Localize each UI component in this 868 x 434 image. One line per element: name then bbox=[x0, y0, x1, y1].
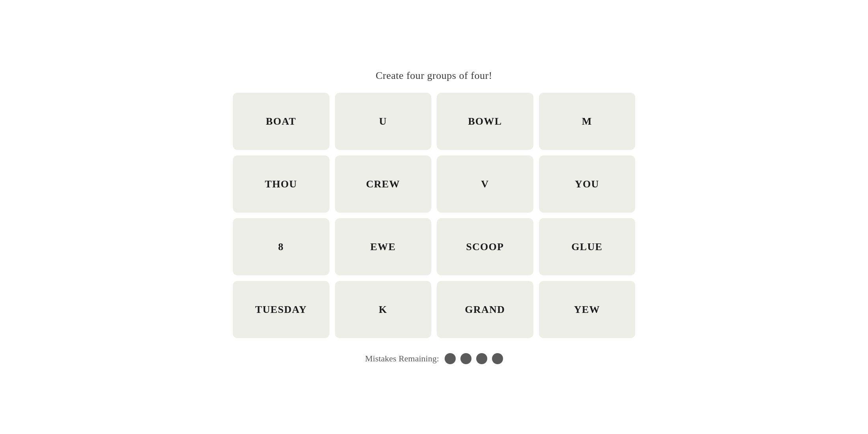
tile-label: TUESDAY bbox=[255, 304, 307, 316]
tile-label: YOU bbox=[575, 178, 599, 190]
tile-label: K bbox=[379, 304, 387, 316]
mistakes-label: Mistakes Remaining: bbox=[365, 354, 439, 364]
tile-ewe[interactable]: EWE bbox=[335, 218, 432, 275]
tile-8[interactable]: 8 bbox=[233, 218, 329, 275]
game-container: Create four groups of four! BOATUBOWLMTH… bbox=[217, 70, 651, 364]
tile-label: YEW bbox=[574, 304, 600, 316]
tile-label: SCOOP bbox=[466, 241, 504, 253]
tile-label: M bbox=[582, 116, 592, 127]
tile-label: CREW bbox=[366, 178, 400, 190]
tile-u[interactable]: U bbox=[335, 93, 432, 150]
tile-label: 8 bbox=[278, 241, 284, 253]
tile-crew[interactable]: CREW bbox=[335, 155, 432, 213]
mistake-dot-1 bbox=[445, 353, 456, 364]
mistake-dot-4 bbox=[492, 353, 503, 364]
tile-k[interactable]: K bbox=[335, 281, 432, 338]
tile-label: THOU bbox=[265, 178, 297, 190]
mistakes-dots bbox=[445, 353, 503, 364]
tile-label: GRAND bbox=[465, 304, 505, 316]
tile-bowl[interactable]: BOWL bbox=[437, 93, 533, 150]
tile-tuesday[interactable]: TUESDAY bbox=[233, 281, 329, 338]
tile-label: GLUE bbox=[571, 241, 602, 253]
tile-yew[interactable]: YEW bbox=[539, 281, 636, 338]
tile-grid: BOATUBOWLMTHOUCREWVYOU8EWESCOOPGLUETUESD… bbox=[233, 93, 635, 338]
game-subtitle: Create four groups of four! bbox=[376, 70, 492, 82]
tile-label: V bbox=[481, 178, 489, 190]
mistakes-row: Mistakes Remaining: bbox=[365, 353, 503, 364]
mistake-dot-3 bbox=[476, 353, 487, 364]
tile-grand[interactable]: GRAND bbox=[437, 281, 533, 338]
tile-label: U bbox=[379, 116, 387, 127]
tile-label: BOWL bbox=[468, 116, 502, 127]
tile-scoop[interactable]: SCOOP bbox=[437, 218, 533, 275]
tile-you[interactable]: YOU bbox=[539, 155, 636, 213]
mistake-dot-2 bbox=[460, 353, 471, 364]
tile-glue[interactable]: GLUE bbox=[539, 218, 636, 275]
tile-label: EWE bbox=[370, 241, 396, 253]
tile-m[interactable]: M bbox=[539, 93, 636, 150]
tile-label: BOAT bbox=[266, 116, 296, 127]
tile-v[interactable]: V bbox=[437, 155, 533, 213]
tile-thou[interactable]: THOU bbox=[233, 155, 329, 213]
tile-boat[interactable]: BOAT bbox=[233, 93, 329, 150]
